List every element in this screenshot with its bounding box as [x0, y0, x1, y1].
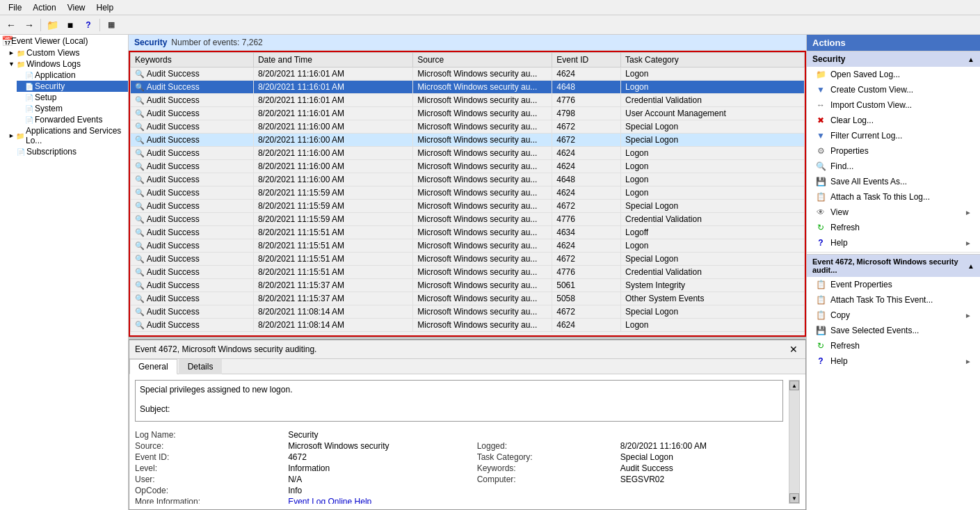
action-attach-task[interactable]: 📋 Attach a Task To this Log...	[807, 189, 980, 205]
expand-setup	[17, 94, 24, 101]
save-all-label: Save All Events As...	[830, 177, 907, 186]
table-row[interactable]: 🔍 Audit Success8/20/2021 11:15:59 AMMicr…	[131, 186, 805, 200]
action-import-custom-view[interactable]: ↔ Import Custom View...	[807, 97, 980, 113]
toolbar-stop[interactable]: ■	[62, 17, 79, 33]
action-refresh2[interactable]: ↻ Refresh	[807, 338, 980, 353]
table-row[interactable]: 🔍 Audit Success8/20/2021 11:15:51 AMMicr…	[131, 253, 805, 266]
tree-application[interactable]: 📄 Application	[17, 70, 128, 81]
opcode-label: OpCode:	[135, 486, 277, 495]
scroll-down-btn[interactable]: ▼	[789, 493, 799, 503]
tree-system[interactable]: 📄 System	[17, 103, 128, 114]
tree-root[interactable]: 📅 Event Viewer (Local)	[0, 35, 128, 47]
tab-general[interactable]: General	[129, 359, 177, 374]
toolbar-help[interactable]: ?	[80, 17, 97, 33]
menu-file[interactable]: File	[3, 1, 27, 14]
tree-forwarded[interactable]: 📄 Forwarded Events	[17, 114, 128, 125]
tab-details[interactable]: Details	[179, 359, 223, 374]
table-row[interactable]: 🔍 Audit Success8/20/2021 11:16:00 AMMicr…	[131, 173, 805, 186]
scroll-up-btn[interactable]: ▲	[789, 381, 799, 390]
action-event-properties[interactable]: 📋 Event Properties	[807, 277, 980, 292]
table-row[interactable]: 🔍 Audit Success8/20/2021 11:15:59 AMMicr…	[131, 213, 805, 226]
cell-event-id: 4776	[552, 94, 621, 107]
tree-windows-logs-children: 📄 Application 📄 Security 📄 Setup 📄 S	[8, 70, 128, 125]
tree-setup[interactable]: 📄 Setup	[17, 92, 128, 103]
table-row[interactable]: 🔍 Audit Success8/20/2021 11:16:01 AMMicr…	[131, 107, 805, 120]
action-copy[interactable]: 📋 Copy ►	[807, 308, 980, 323]
toolbar-forward[interactable]: →	[21, 17, 38, 33]
menu-action[interactable]: Action	[27, 1, 61, 14]
expand-custom-views[interactable]: ►	[8, 49, 15, 56]
table-row[interactable]: 🔍 Audit Success8/20/2021 11:16:00 AMMicr…	[131, 147, 805, 160]
task-category-label: Task Category:	[477, 452, 609, 462]
table-row[interactable]: 🔍 Audit Success8/20/2021 11:15:37 AMMicr…	[131, 292, 805, 305]
table-row[interactable]: 🔍 Audit Success8/20/2021 11:08:14 AMMicr…	[131, 319, 805, 332]
action-properties[interactable]: ⚙ Properties	[807, 143, 980, 159]
col-datetime[interactable]: Date and Time	[253, 53, 412, 67]
tree-subscriptions[interactable]: 📄 Subscriptions	[8, 146, 128, 157]
tree-security-label: Security	[35, 81, 65, 91]
cell-datetime: 8/20/2021 11:15:59 AM	[253, 200, 412, 213]
action-attach-task-event[interactable]: 📋 Attach Task To This Event...	[807, 292, 980, 308]
action-save-selected[interactable]: 💾 Save Selected Events...	[807, 323, 980, 338]
table-row[interactable]: 🔍 Audit Success8/20/2021 11:15:59 AMMicr…	[131, 200, 805, 213]
cell-source: Microsoft Windows security au...	[413, 226, 552, 239]
tree-windows-logs[interactable]: ▼ 📁 Windows Logs	[8, 58, 128, 70]
table-row[interactable]: 🔍 Audit Success8/20/2021 11:08:14 AMMicr…	[131, 305, 805, 319]
cell-event-id: 4672	[552, 120, 621, 134]
tree-custom-views[interactable]: ► 📁 Custom Views	[8, 47, 128, 58]
table-row[interactable]: 🔍 Audit Success8/20/2021 11:15:37 AMMicr…	[131, 279, 805, 292]
col-eventid[interactable]: Event ID	[552, 53, 621, 67]
table-row[interactable]: 🔍 Audit Success8/20/2021 11:16:00 AMMicr…	[131, 134, 805, 147]
menu-view[interactable]: View	[62, 1, 91, 14]
menu-help[interactable]: Help	[91, 1, 120, 14]
action-refresh[interactable]: ↻ Refresh	[807, 220, 980, 235]
toolbar-grid[interactable]: ▦	[103, 17, 120, 33]
action-open-saved-log[interactable]: 📁 Open Saved Log...	[807, 67, 980, 82]
action-filter-log[interactable]: ▼ Filter Current Log...	[807, 128, 980, 143]
subject-label: Subject:	[140, 404, 778, 414]
cell-source: Microsoft Windows security au...	[413, 120, 552, 134]
actions-section-security[interactable]: Security ▲	[807, 51, 980, 67]
table-row[interactable]: 🔍 Audit Success8/20/2021 11:15:51 AMMicr…	[131, 266, 805, 279]
expand-app-services[interactable]: ►	[8, 132, 15, 139]
bottom-panel-close[interactable]: ✕	[787, 343, 800, 356]
events-table-wrapper[interactable]: Keywords Date and Time Source Event ID T…	[130, 52, 805, 335]
tree-security[interactable]: 📄 Security	[17, 81, 128, 92]
action-help[interactable]: ? Help ►	[807, 235, 980, 250]
action-view[interactable]: 👁 View ►	[807, 205, 980, 220]
refresh2-icon: ↻	[815, 340, 826, 351]
action-help2[interactable]: ? Help ►	[807, 353, 980, 369]
events-area: Keywords Date and Time Source Event ID T…	[129, 51, 806, 337]
action-clear-log[interactable]: ✖ Clear Log...	[807, 113, 980, 128]
more-value[interactable]: Event Log Online Help	[288, 497, 465, 504]
table-row[interactable]: 🔍 Audit Success8/20/2021 11:16:00 AMMicr…	[131, 160, 805, 173]
actions-section-event[interactable]: Event 4672, Microsoft Windows security a…	[807, 254, 980, 277]
col-category[interactable]: Task Category	[621, 53, 805, 67]
table-row[interactable]: 🔍 Audit Success8/20/2021 11:16:01 AMMicr…	[131, 94, 805, 107]
cell-keyword: 🔍 Audit Success	[131, 319, 254, 332]
bottom-content: Special privileges assigned to new logon…	[129, 374, 805, 509]
action-find[interactable]: 🔍 Find...	[807, 159, 980, 174]
log-count: Number of events: 7,262	[171, 38, 262, 47]
tree-app-services[interactable]: ► 📁 Applications and Services Lo...	[8, 125, 128, 146]
table-row[interactable]: 🔍 Audit Success8/20/2021 11:16:01 AMMicr…	[131, 81, 805, 94]
detail-scrollbar[interactable]: ▲ ▼	[789, 380, 800, 504]
cell-category: System Integrity	[621, 279, 805, 292]
toolbar-up[interactable]: 📁	[44, 17, 61, 33]
table-row[interactable]: 🔍 Audit Success8/20/2021 11:15:51 AMMicr…	[131, 226, 805, 239]
tree-subscriptions-container: 📄 Subscriptions	[0, 146, 128, 157]
action-save-all-events[interactable]: 💾 Save All Events As...	[807, 174, 980, 189]
source-value: Microsoft Windows security	[288, 441, 465, 451]
col-keywords[interactable]: Keywords	[131, 53, 254, 67]
expand-windows-logs[interactable]: ▼	[8, 61, 15, 67]
action-create-custom-view[interactable]: ▼ Create Custom View...	[807, 82, 980, 97]
cell-datetime: 8/20/2021 11:15:59 AM	[253, 186, 412, 200]
table-row[interactable]: 🔍 Audit Success8/20/2021 11:16:00 AMMicr…	[131, 120, 805, 134]
col-source[interactable]: Source	[413, 53, 552, 67]
cell-datetime: 8/20/2021 11:15:59 AM	[253, 213, 412, 226]
cell-category: Special Logon	[621, 120, 805, 134]
toolbar-back[interactable]: ←	[3, 17, 19, 33]
cell-event-id: 4648	[552, 173, 621, 186]
table-row[interactable]: 🔍 Audit Success8/20/2021 11:16:01 AMMicr…	[131, 67, 805, 81]
table-row[interactable]: 🔍 Audit Success8/20/2021 11:15:51 AMMicr…	[131, 239, 805, 253]
